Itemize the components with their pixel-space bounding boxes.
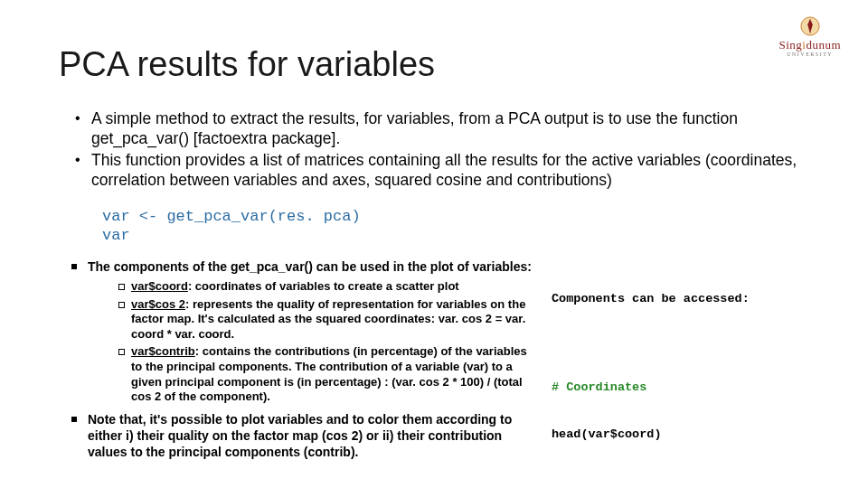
note-bullet: Note that, it's possible to plot variabl… (71, 412, 539, 461)
logo-subtitle: UNIVERSITY (778, 52, 841, 57)
slide-title: PCA results for variables (59, 45, 814, 84)
code-snippet: var <- get_pca_var(res. pca) var (102, 207, 814, 246)
access-column: Components can be accessed: # Coordinate… (552, 259, 814, 488)
components-sublist: var$coord: coordinates of variables to c… (118, 279, 539, 405)
components-intro: The components of the get_pca_var() can … (71, 259, 539, 405)
logo-crest-icon (800, 16, 820, 36)
access-block: # Coordinates head(var$coord) (552, 348, 814, 474)
logo-brand-post: dunum (806, 38, 841, 52)
logo-brand: Singidunum (778, 38, 841, 52)
logo-brand-pre: Sing (778, 38, 802, 52)
intro-bullet-list: A simple method to extract the results, … (75, 109, 814, 191)
sub-item-key: var$contrib (131, 344, 195, 358)
components-intro-pre: The components of the (88, 259, 231, 274)
access-heading: Components can be accessed: (552, 291, 814, 307)
sub-item: var$coord: coordinates of variables to c… (118, 279, 539, 295)
access-comment: # Coordinates (552, 380, 814, 396)
lower-columns: The components of the get_pca_var() can … (71, 259, 814, 488)
components-intro-post: can be used in the plot of variables: (313, 259, 532, 274)
intro-bullet: This function provides a list of matrice… (75, 151, 814, 191)
slide: Singidunum UNIVERSITY PCA results for va… (0, 0, 868, 488)
intro-bullet: A simple method to extract the results, … (75, 109, 814, 149)
university-logo: Singidunum UNIVERSITY (778, 16, 841, 57)
sub-item-text: : represents the quality of representati… (131, 297, 525, 341)
components-column: The components of the get_pca_var() can … (71, 259, 539, 488)
sub-item-key: var$cos 2 (131, 297, 185, 311)
sub-item: var$contrib: contains the contributions … (118, 344, 539, 405)
access-code: head(var$coord) (552, 427, 814, 443)
sub-item-key: var$coord (131, 279, 188, 293)
sub-item: var$cos 2: represents the quality of rep… (118, 297, 539, 343)
components-intro-fn: get_pca_var() (231, 259, 313, 274)
sub-item-text: : coordinates of variables to create a s… (188, 279, 459, 293)
